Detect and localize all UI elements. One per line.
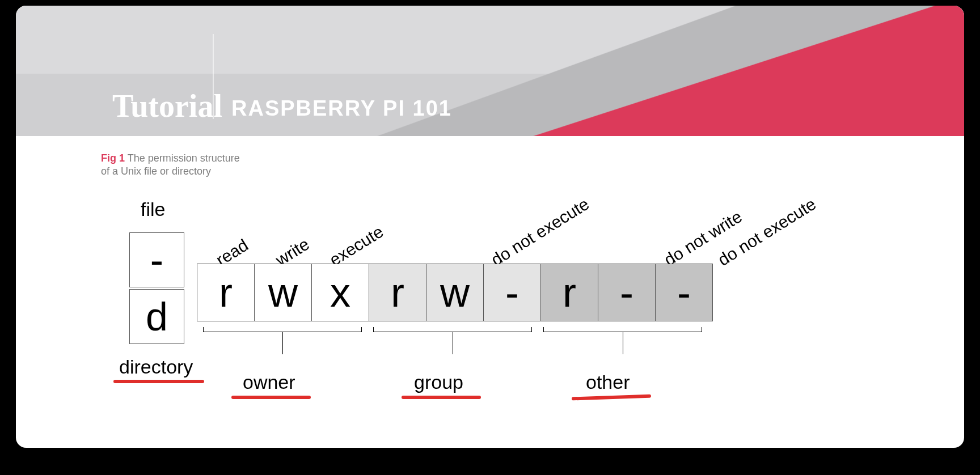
tutorial-logo: Tutorial <box>112 88 222 124</box>
group-label-other: other <box>586 371 630 393</box>
file-box-dash: - <box>129 232 184 287</box>
perm-top-label-3: do not execute <box>488 194 593 270</box>
caption-line2: of a Unix file or directory <box>101 166 211 177</box>
figure-caption: Fig 1 The permission structure of a Unix… <box>101 152 240 177</box>
directory-label: directory <box>119 356 193 378</box>
perm-cell-6: r <box>540 264 598 321</box>
permission-row: rwxrw-r-- <box>197 264 713 321</box>
perm-cell-1: w <box>254 264 312 321</box>
perm-cell-7: - <box>598 264 656 321</box>
group-label-owner: owner <box>243 371 295 393</box>
perm-cell-0: r <box>197 264 255 321</box>
underline-group <box>402 396 481 399</box>
underline-directory <box>113 380 204 383</box>
underline-owner <box>231 396 311 399</box>
perm-cell-5: - <box>483 264 541 321</box>
tutorial-card: Tutorial RASPBERRY PI 101 Fig 1 The perm… <box>16 6 964 448</box>
perm-cell-4: w <box>426 264 484 321</box>
caption-lead: Fig 1 <box>101 152 125 164</box>
header-band-top <box>16 6 964 74</box>
caption-line1: The permission structure <box>125 152 240 164</box>
group-label-group: group <box>414 371 463 393</box>
perm-cell-3: r <box>369 264 426 321</box>
bracket-owner <box>203 332 362 347</box>
bracket-other <box>543 332 702 347</box>
file-box-d: d <box>129 289 184 344</box>
perm-top-label-2: execute <box>326 222 387 270</box>
header: Tutorial RASPBERRY PI 101 <box>16 6 964 136</box>
permission-diagram: file - d directory readwriteexecutedo no… <box>101 176 930 436</box>
file-label: file <box>141 198 165 220</box>
page-title: RASPBERRY PI 101 <box>231 96 452 121</box>
perm-cell-2: x <box>311 264 369 321</box>
perm-cell-8: - <box>655 264 713 321</box>
bracket-group <box>373 332 532 347</box>
underline-other <box>572 395 651 401</box>
